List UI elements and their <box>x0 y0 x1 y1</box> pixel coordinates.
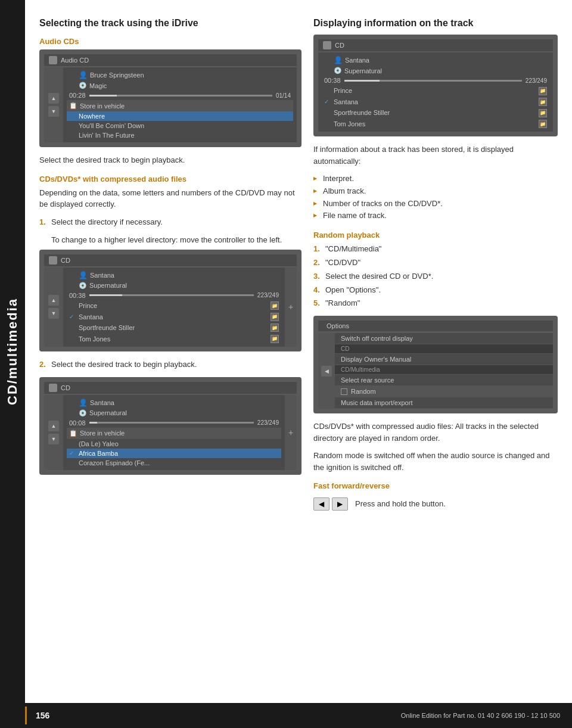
screen3-progress: 00:08 223/249 <box>67 418 281 428</box>
screen2-sportfreunde-row[interactable]: Sportfreunde Stiller 📁 <box>67 322 281 334</box>
folder-icon-dtj: 📁 <box>539 120 547 128</box>
option-random[interactable]: Random <box>335 386 553 397</box>
step1-num: 1. <box>39 216 46 229</box>
cd-icon-display <box>323 41 331 49</box>
option-switch-off[interactable]: Switch off control display <box>335 333 553 344</box>
option-random-inner: Random <box>341 388 547 395</box>
screen3-track-count: 223/249 <box>257 419 279 426</box>
random-step1-text: "CD/Multimedia" <box>325 244 381 253</box>
progress-fill2 <box>89 294 122 296</box>
screen2-plus[interactable]: + <box>285 267 297 347</box>
screen3-header-label: CD <box>61 384 70 391</box>
compressed-para: Depending on the data, some letters and … <box>39 187 301 210</box>
option-select-rear[interactable]: Select rear source <box>335 375 553 386</box>
screen3-dale-row[interactable]: (Da Le) Yaleo <box>67 439 281 449</box>
cd-icon3 <box>49 384 57 392</box>
screen2-tomjones-row[interactable]: Tom Jones 📁 <box>67 333 281 344</box>
screen1-header: Audio CD <box>44 54 297 66</box>
random-step5-text: "Random" <box>325 298 360 307</box>
option-display-manual[interactable]: Display Owner's Manual <box>335 354 553 365</box>
screen2-nav-down[interactable]: ▼ <box>48 308 59 319</box>
screen3-corazon-row[interactable]: Corazon Espinado (Fe... <box>67 458 281 468</box>
folder-icon2: 📁 <box>271 313 279 321</box>
option-music-data[interactable]: Music data import/export <box>335 397 553 409</box>
screen2-nav[interactable]: ▲ ▼ <box>44 267 63 347</box>
random-step5: 5. "Random" <box>313 297 558 310</box>
screen1-track-livin[interactable]: Livin' In The Future <box>67 130 293 140</box>
track-santana: Santana <box>79 313 103 321</box>
section-title-left: Selecting the track using the iDrive <box>39 18 301 29</box>
screen3-africa-row[interactable]: Africa Bamba <box>67 449 281 458</box>
option-section-cd-label: CD <box>341 346 349 352</box>
screen2-artist: Santana <box>90 272 114 279</box>
screen2-nav-up[interactable]: ▲ <box>48 295 59 306</box>
screen1-body: ▲ ▼ 👤 Bruce Springsteen 💿 Magic 00:28 <box>44 67 297 142</box>
screen1-header-label: Audio CD <box>61 57 89 64</box>
option-rear-label: Select rear source <box>341 377 394 384</box>
screen3-plus[interactable]: + <box>285 395 297 470</box>
display-santana-row: Santana 📁 <box>322 97 549 108</box>
options-header-label: Options <box>327 322 349 329</box>
display-track-tomjones: Tom Jones <box>334 120 365 127</box>
cd-icon-display2: 💿 <box>334 67 342 74</box>
screen2-track-count: 223/249 <box>257 292 279 298</box>
options-nav-arrow[interactable]: ◀ <box>321 366 332 377</box>
option-section-cdmm: CD/Multimedia <box>335 365 553 375</box>
fastforward-button[interactable]: ▶ <box>332 497 348 511</box>
user-icon2: 👤 <box>79 271 88 279</box>
rewind-button[interactable]: ◀ <box>313 497 329 511</box>
step1-text: Select the directory if necessary. <box>51 217 163 226</box>
random-step5-num: 5. <box>313 297 320 310</box>
screen3-album: Supernatural <box>89 409 127 416</box>
bullet-interpret: Interpret. <box>313 173 558 185</box>
screen2-content: 👤 Santana 💿 Supernatural 00:38 223/249 <box>63 267 285 347</box>
footer-text: Online Edition for Part no. 01 40 2 606 … <box>401 712 560 719</box>
screen1-artist-row: 👤 Bruce Springsteen <box>67 70 293 80</box>
screen3-nav[interactable]: ▲ ▼ <box>44 395 63 470</box>
user-icon: 👤 <box>79 71 88 79</box>
options-rows: Switch off control display CD Display Ow… <box>335 333 553 409</box>
screen2-artist-row: 👤 Santana <box>67 270 281 281</box>
random-title: Random playback <box>313 231 558 239</box>
random-step2: 2. "CD/DVD" <box>313 257 558 269</box>
screen1-track-comin[interactable]: You'll Be Comin' Down <box>67 121 293 130</box>
screen1-album-row: 💿 Magic <box>67 80 293 91</box>
track-icon-sportfreunde: 📁 <box>271 323 279 332</box>
display-screen-content: 👤 Santana 💿 Supernatural 00:38 223/249 P… <box>318 52 553 132</box>
right-column: Displaying information on the track CD 👤… <box>313 18 558 519</box>
screen3-store-row: 📋 Store in vehicle <box>67 428 281 439</box>
audio-cds-label: Audio CDs <box>39 37 301 46</box>
cd-disc-icon: 💿 <box>79 82 87 89</box>
track-livin-label: Livin' In The Future <box>79 132 135 139</box>
screen1-artist: Bruce Springsteen <box>90 71 144 79</box>
screen2-santana-row[interactable]: Santana 📁 <box>67 311 281 322</box>
screen2-album: Supernatural <box>89 282 127 289</box>
screen2-prince-row[interactable]: Prince 📁 <box>67 300 281 312</box>
screen3-nav-up[interactable]: ▲ <box>48 421 59 431</box>
page-number: 156 <box>36 711 49 720</box>
nav-up[interactable]: ▲ <box>48 93 59 104</box>
random-para1: CDs/DVDs* with compressed audio files: A… <box>313 421 558 444</box>
screen3-content: 👤 Santana 💿 Supernatural 00:08 223/249 <box>63 395 285 470</box>
screen2-header-label: CD <box>61 257 70 264</box>
random-step4-text: Open "Options". <box>325 285 381 294</box>
screen1-track-nowhere[interactable]: Nowhere <box>67 111 293 121</box>
compressed-title: CDs/DVDs* with compressed audio files <box>39 175 301 183</box>
options-nav-left[interactable]: ◀ <box>318 333 335 409</box>
random-checkbox[interactable] <box>341 388 347 395</box>
screen2-header: CD <box>44 254 297 266</box>
indent1: To change to a higher level directory: m… <box>39 234 301 246</box>
cd-screen3: CD ▲ ▼ 👤 Santana 💿 Supernatural <box>39 377 301 475</box>
display-track-count: 223/249 <box>526 77 547 84</box>
screen1-store-row: 📋 Store in vehicle <box>67 100 293 111</box>
left-column: Selecting the track using the iDrive Aud… <box>39 18 301 519</box>
display-screen-header-label: CD <box>335 42 344 49</box>
display-sportfreunde-row: Sportfreunde Stiller 📁 <box>322 107 549 119</box>
folder-icon-dsf: 📁 <box>539 109 547 117</box>
nav-down[interactable]: ▼ <box>48 106 59 117</box>
screen1-content: 👤 Bruce Springsteen 💿 Magic 00:28 01/14 <box>63 67 297 142</box>
screen3-nav-down[interactable]: ▼ <box>48 434 59 444</box>
option-switch-off-label: Switch off control display <box>341 335 413 342</box>
progress-fill3 <box>89 422 98 424</box>
screen1-nav[interactable]: ▲ ▼ <box>44 67 63 142</box>
